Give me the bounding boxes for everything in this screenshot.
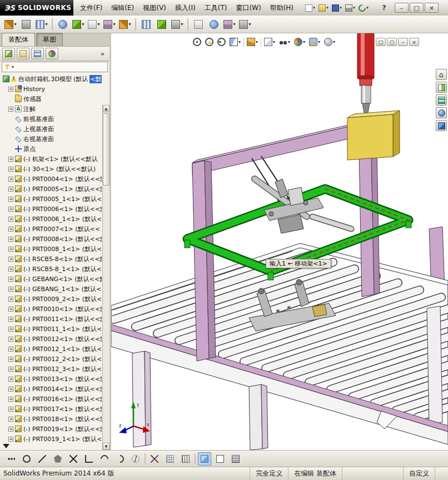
tree-item[interactable]: (-) PRT0008<1> (默认<<默 xyxy=(1,234,102,244)
tree-item[interactable]: (-) PRT0012<1> (默认<<默 xyxy=(1,334,102,344)
menu-window[interactable]: 窗口(W) xyxy=(231,1,265,15)
mass-properties-icon[interactable] xyxy=(207,17,221,32)
tree-item[interactable]: (-) PRT0005_1<1> (默认< xyxy=(1,194,102,204)
show-hidden-components-icon[interactable] xyxy=(87,17,101,32)
mate-callout[interactable]: 输入1 ← 移动架<1> xyxy=(266,259,331,268)
save-icon[interactable] xyxy=(330,2,344,14)
angle-snap-icon[interactable] xyxy=(82,452,96,466)
expand-icon[interactable] xyxy=(8,317,13,322)
spline-tool-icon[interactable] xyxy=(129,452,142,466)
tree-item[interactable]: 前视基准面 xyxy=(1,114,102,124)
expand-icon[interactable] xyxy=(8,337,13,342)
tree-item[interactable]: 上视基准面 xyxy=(1,124,102,134)
tree-item[interactable]: (-) PRT0017<1> (默认<<默 xyxy=(1,404,102,414)
panel-chevron-icon[interactable]: » xyxy=(101,50,107,58)
linear-component-pattern-icon[interactable] xyxy=(34,17,49,32)
tree-item[interactable]: (-) GEBANG_1<1> (默认< xyxy=(1,284,102,294)
ruler-snap-icon[interactable] xyxy=(179,452,192,466)
expand-icon[interactable] xyxy=(8,327,13,332)
tree-scrollbar[interactable]: ▲ ▼ xyxy=(102,105,109,450)
tree-item[interactable]: (-) PRT0009_2<1> (默认< xyxy=(1,294,102,304)
expand-icon[interactable] xyxy=(8,257,13,262)
shaded-view-icon[interactable] xyxy=(198,452,211,466)
orbit-view-icon[interactable] xyxy=(436,107,447,118)
open-doc-icon[interactable] xyxy=(317,2,330,14)
view-settings-icon[interactable] xyxy=(323,37,336,47)
filter-dropdown-icon[interactable]: ▾ xyxy=(12,64,14,69)
doc-cascade-button[interactable]: □ xyxy=(387,38,397,46)
tree-item[interactable]: (-) PRT0016<1> (默认<<默 xyxy=(1,394,102,404)
grid-snap-icon[interactable] xyxy=(163,452,177,466)
scroll-up-icon[interactable]: ▲ xyxy=(103,105,109,112)
maximize-button[interactable]: □ xyxy=(410,3,424,13)
trim-tool-icon[interactable] xyxy=(148,452,161,466)
expand-icon[interactable] xyxy=(8,157,13,162)
propertymanager-tab-icon[interactable] xyxy=(17,48,29,59)
expand-icon[interactable] xyxy=(8,367,13,372)
expand-icon[interactable] xyxy=(8,377,13,382)
featuremanager-tab-icon[interactable] xyxy=(2,48,15,59)
menu-tools[interactable]: 工具(T) xyxy=(200,1,232,15)
hidden-lines-view-icon[interactable] xyxy=(229,452,242,466)
bill-of-materials-icon[interactable] xyxy=(139,17,153,32)
help-button[interactable]: ? xyxy=(378,2,390,13)
doc-tile-button[interactable]: □ xyxy=(376,38,386,46)
tree-item[interactable]: 注解 xyxy=(1,104,102,114)
custom-status[interactable]: 自定义 xyxy=(403,467,435,480)
tree-item[interactable]: (-) PRT0007<1> (默认<< xyxy=(1,224,102,234)
expand-icon[interactable] xyxy=(8,167,13,172)
tree-item[interactable]: (-) PRT0018<1> (默认<<默 xyxy=(1,414,102,424)
expand-icon[interactable] xyxy=(8,347,13,352)
new-doc-icon[interactable] xyxy=(303,2,317,14)
expand-icon[interactable] xyxy=(8,247,13,252)
mate-icon[interactable] xyxy=(19,17,33,32)
tree-item[interactable]: 原点 xyxy=(1,144,102,154)
section-properties-icon[interactable] xyxy=(222,17,237,32)
apply-scene-icon[interactable] xyxy=(308,37,321,47)
polygon-tool-icon[interactable] xyxy=(51,452,64,466)
view-orientation-icon[interactable] xyxy=(246,37,259,47)
zoom-area-icon[interactable] xyxy=(204,37,215,47)
exploded-view-icon[interactable] xyxy=(155,17,169,32)
expand-icon[interactable] xyxy=(8,417,13,422)
tree-item[interactable]: (-) PRT0019<1> (默认<<默 xyxy=(1,424,102,434)
doc-minimize-button[interactable]: – xyxy=(398,38,408,46)
options-icon[interactable] xyxy=(238,17,252,32)
expand-icon[interactable] xyxy=(8,277,13,282)
tree-item[interactable]: (-) GEBANG<1> (默认<<默 xyxy=(1,274,102,284)
expand-icon[interactable] xyxy=(8,187,13,192)
tree-item[interactable]: (-) RSCB5-8<1> (默认<<默 xyxy=(1,254,102,264)
tree-item[interactable]: 右视基准面 xyxy=(1,134,102,144)
menu-edit[interactable]: 编辑(E) xyxy=(107,1,138,15)
move-component-icon[interactable] xyxy=(71,17,86,32)
tree-item[interactable]: (-) RSCB5-8_1<1> (默认< xyxy=(1,264,102,274)
tree-item[interactable]: (-) PRT0012_2<1> (默认< xyxy=(1,354,102,364)
close-button[interactable]: × xyxy=(425,3,439,13)
tree-item[interactable]: (-) PRT0011<1> (默认<<默 xyxy=(1,314,102,324)
expand-icon[interactable] xyxy=(8,177,13,182)
model-canvas[interactable] xyxy=(111,33,448,450)
menu-help[interactable]: 帮助(H) xyxy=(266,1,298,15)
zoom-fit-icon[interactable] xyxy=(192,37,202,47)
expand-icon[interactable] xyxy=(8,207,13,212)
snap-settings-icon[interactable] xyxy=(4,452,18,466)
model-control-box[interactable] xyxy=(347,111,400,160)
scroll-down-icon[interactable]: ▼ xyxy=(103,443,109,450)
tree-item[interactable]: (-) PRT0013<1> (默认<<默 xyxy=(1,374,102,384)
tree-root-item[interactable]: 自动封箱机.3D模型 (默认<默认 xyxy=(1,74,102,84)
tree-item[interactable]: (-) PRT0014<1> (默认<<默 xyxy=(1,384,102,394)
expand-icon[interactable] xyxy=(8,407,13,412)
expand-icon[interactable] xyxy=(8,437,13,442)
tree-item[interactable]: (-) PRT0010<1> (默认<<默 xyxy=(1,304,102,314)
insert-component-icon[interactable] xyxy=(3,17,18,32)
assembly-features-icon[interactable] xyxy=(102,17,117,32)
show-pane-icon[interactable] xyxy=(436,82,447,93)
expand-icon[interactable] xyxy=(8,397,13,402)
configurationmanager-tab-icon[interactable] xyxy=(31,48,44,59)
arc-tool-icon[interactable] xyxy=(98,452,111,466)
previous-view-icon[interactable] xyxy=(216,37,227,47)
tree-filter-bar[interactable]: ▾ xyxy=(2,62,108,72)
expand-icon[interactable] xyxy=(8,357,13,362)
tree-item[interactable]: (-) PRT0012_3<1> (默认< xyxy=(1,364,102,374)
tree-item[interactable]: (-) PRT0005<1> (默认<<默 xyxy=(1,184,102,194)
